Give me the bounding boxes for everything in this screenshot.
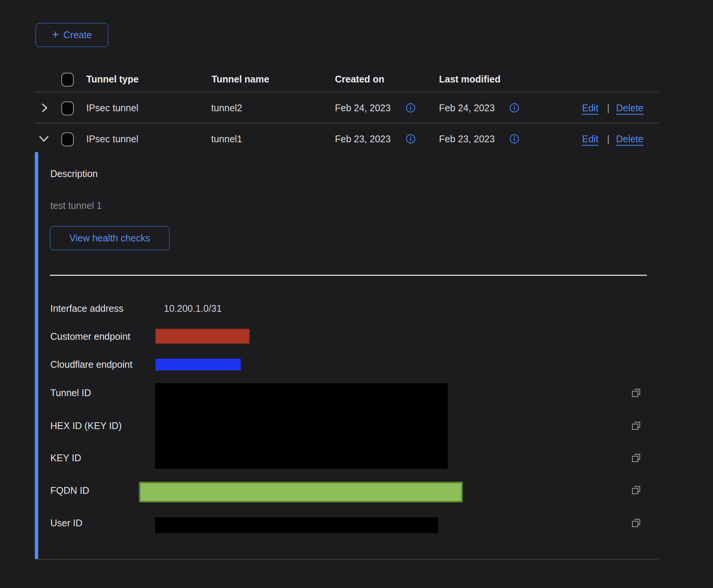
customer-endpoint-redaction (156, 329, 249, 344)
expand-row-button[interactable] (39, 103, 50, 113)
chevron-right-icon (39, 103, 50, 113)
user-id-redaction (155, 517, 438, 533)
expanded-row-bottom-divider (35, 559, 659, 560)
tunnel-type-cell: IPsec tunnel (86, 133, 139, 145)
copy-icon[interactable] (630, 420, 642, 431)
column-header-created-on: Created on (335, 73, 385, 85)
row-checkbox[interactable] (61, 132, 74, 146)
view-health-checks-button[interactable]: View health checks (50, 226, 170, 250)
copy-icon[interactable] (630, 517, 642, 529)
column-header-last-modified: Last modified (439, 73, 501, 85)
id-block-redaction (155, 383, 448, 469)
create-button-label: Create (64, 30, 92, 40)
edit-link[interactable]: Edit (582, 102, 598, 114)
field-label-hex-id: HEX ID (KEY ID) (50, 420, 121, 432)
edit-link[interactable]: Edit (582, 133, 598, 145)
chevron-down-icon (38, 133, 50, 145)
select-all-checkbox[interactable] (61, 73, 74, 87)
created-on-info-icon[interactable] (406, 103, 416, 113)
create-button[interactable]: + Create (36, 23, 108, 47)
cloudflare-endpoint-redaction (156, 359, 241, 370)
last-modified-cell: Feb 23, 2023 (439, 133, 495, 145)
field-label-interface-address: Interface address (50, 302, 123, 314)
fqdn-id-redaction (139, 482, 463, 502)
last-modified-cell: Feb 24, 2023 (439, 102, 495, 114)
column-header-tunnel-type: Tunnel type (86, 73, 139, 85)
tunnel-type-cell: IPsec tunnel (86, 102, 139, 114)
view-health-checks-label: View health checks (69, 233, 150, 244)
field-label-fqdn-id: FQDN ID (50, 484, 89, 496)
created-on-cell: Feb 23, 2023 (335, 133, 391, 145)
copy-icon[interactable] (630, 387, 642, 398)
created-on-info-icon[interactable] (406, 134, 416, 144)
copy-icon[interactable] (630, 452, 642, 464)
tunnel-name-cell: tunnel2 (211, 102, 242, 114)
created-on-cell: Feb 24, 2023 (335, 102, 391, 114)
field-value-interface-address: 10.200.1.0/31 (164, 302, 222, 314)
field-label-customer-endpoint: Customer endpoint (50, 330, 130, 342)
tunnel-name-cell: tunnel1 (211, 133, 242, 145)
plus-icon: + (52, 30, 59, 40)
field-label-cloudflare-endpoint: Cloudflare endpoint (50, 358, 132, 370)
delete-link[interactable]: Delete (616, 102, 643, 114)
field-label-user-id: User ID (50, 517, 83, 529)
row-checkbox[interactable] (61, 101, 74, 115)
expanded-panel-accent (35, 152, 38, 559)
action-separator: | (607, 133, 610, 145)
panel-divider (50, 275, 647, 276)
row-divider (35, 123, 659, 123)
description-text: test tunnel 1 (50, 200, 102, 211)
tunnels-page: + Create Tunnel type Tunnel name Created… (0, 0, 713, 588)
action-separator: | (607, 102, 610, 114)
delete-link[interactable]: Delete (616, 133, 643, 145)
field-label-tunnel-id: Tunnel ID (50, 387, 91, 399)
last-modified-info-icon[interactable] (509, 134, 519, 144)
copy-icon[interactable] (630, 484, 642, 496)
column-header-tunnel-name: Tunnel name (212, 73, 269, 85)
last-modified-info-icon[interactable] (509, 103, 519, 113)
field-label-key-id: KEY ID (50, 452, 81, 464)
collapse-row-button[interactable] (38, 133, 50, 145)
description-label: Description (50, 168, 98, 180)
header-divider (35, 92, 659, 92)
